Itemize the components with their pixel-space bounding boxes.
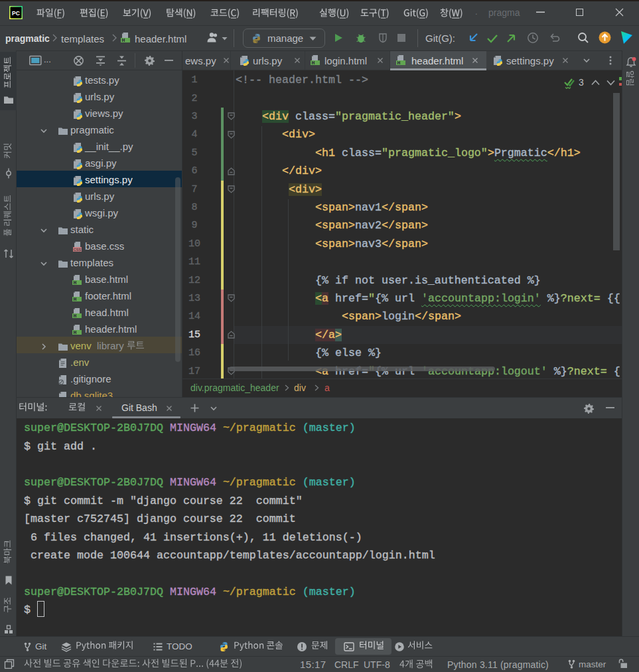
svg-text:PC: PC <box>12 10 20 17</box>
svg-text:CSS: CSS <box>74 248 82 252</box>
